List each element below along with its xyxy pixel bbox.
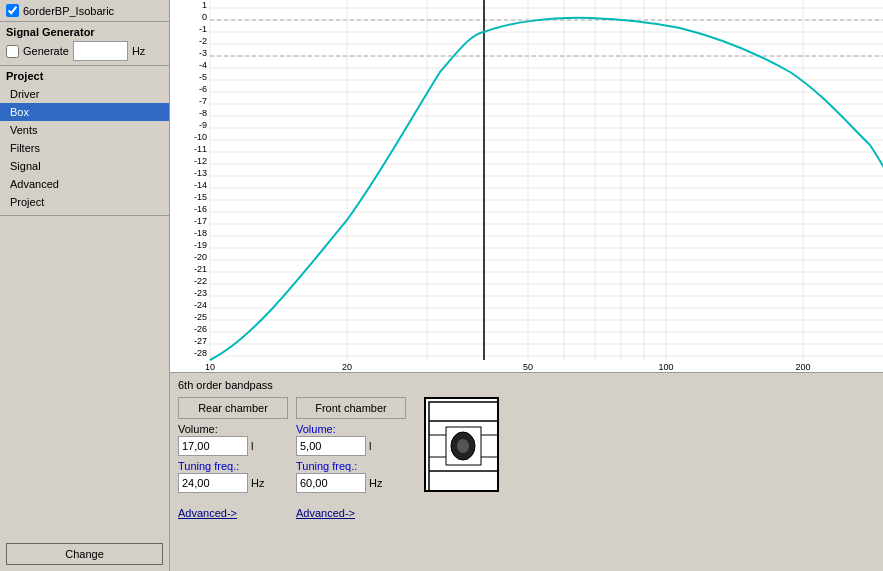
svg-text:-9: -9: [199, 120, 207, 130]
svg-text:0: 0: [202, 12, 207, 22]
svg-text:-1: -1: [199, 24, 207, 34]
front-chamber-button[interactable]: Front chamber: [296, 397, 406, 419]
svg-text:-6: -6: [199, 84, 207, 94]
svg-text:-5: -5: [199, 72, 207, 82]
chart-svg: 1 0 -1 -2 -3 -4 -5 -6 -7 -8 -9 -10 -11 -…: [170, 0, 883, 370]
front-tuning-unit: Hz: [369, 477, 382, 489]
svg-text:-23: -23: [194, 288, 207, 298]
rear-volume-input[interactable]: [178, 436, 248, 456]
signal-generator-section: Signal Generator Generate 1000 Hz: [0, 22, 169, 66]
front-advanced-link[interactable]: Advanced->: [296, 503, 406, 523]
front-tuning-row: Hz: [296, 473, 406, 493]
sidebar-item-driver[interactable]: Driver: [0, 85, 169, 103]
svg-text:-11: -11: [194, 144, 207, 154]
preset-row: 6orderBP_Isobaric: [0, 0, 169, 22]
svg-text:-2: -2: [199, 36, 207, 46]
svg-text:-28: -28: [194, 348, 207, 358]
enclosure-diagram: [424, 397, 499, 492]
rear-tuning-input[interactable]: [178, 473, 248, 493]
svg-text:-3: -3: [199, 48, 207, 58]
svg-text:-24: -24: [194, 300, 207, 310]
preset-checkbox[interactable]: [6, 4, 19, 17]
chart-container: 1 0 -1 -2 -3 -4 -5 -6 -7 -8 -9 -10 -11 -…: [170, 0, 883, 373]
preset-label: 6orderBP_Isobaric: [23, 5, 114, 17]
sidebar-item-signal[interactable]: Signal: [0, 157, 169, 175]
sidebar-item-filters[interactable]: Filters: [0, 139, 169, 157]
sidebar-item-box[interactable]: Box: [0, 103, 169, 121]
rear-volume-unit: l: [251, 440, 253, 452]
svg-text:-12: -12: [194, 156, 207, 166]
svg-text:200: 200: [795, 362, 810, 370]
svg-text:-21: -21: [194, 264, 207, 274]
svg-text:20: 20: [342, 362, 352, 370]
rear-tuning-row: Hz: [178, 473, 288, 493]
project-title: Project: [0, 70, 169, 82]
svg-text:-22: -22: [194, 276, 207, 286]
svg-text:-16: -16: [194, 204, 207, 214]
svg-text:-27: -27: [194, 336, 207, 346]
rear-volume-label: Volume:: [178, 423, 288, 435]
svg-text:50: 50: [523, 362, 533, 370]
svg-text:1: 1: [202, 0, 207, 10]
generate-label: Generate: [23, 45, 69, 57]
front-chamber-group: Front chamber Volume: l Tuning freq.: Hz: [296, 397, 406, 523]
front-volume-unit: l: [369, 440, 371, 452]
svg-text:-13: -13: [194, 168, 207, 178]
generate-row: Generate 1000 Hz: [6, 41, 163, 61]
rear-tuning-label: Tuning freq.:: [178, 460, 288, 472]
svg-text:-7: -7: [199, 96, 207, 106]
svg-text:-17: -17: [194, 216, 207, 226]
svg-text:-14: -14: [194, 180, 207, 190]
svg-text:-15: -15: [194, 192, 207, 202]
svg-text:-8: -8: [199, 108, 207, 118]
change-button[interactable]: Change: [6, 543, 163, 565]
front-tuning-input[interactable]: [296, 473, 366, 493]
svg-text:-4: -4: [199, 60, 207, 70]
enclosure-type-label: 6th order bandpass: [178, 379, 875, 391]
svg-text:100: 100: [658, 362, 673, 370]
svg-text:-25: -25: [194, 312, 207, 322]
rear-chamber-group: Rear chamber Volume: l Tuning freq.: Hz: [178, 397, 288, 523]
front-tuning-label: Tuning freq.:: [296, 460, 406, 472]
bottom-panel: 6th order bandpass Rear chamber Volume: …: [170, 373, 883, 571]
frequency-input[interactable]: 1000: [73, 41, 128, 61]
svg-point-85: [457, 439, 469, 453]
svg-text:-20: -20: [194, 252, 207, 262]
svg-text:-10: -10: [194, 132, 207, 142]
svg-text:10: 10: [205, 362, 215, 370]
front-volume-input[interactable]: [296, 436, 366, 456]
svg-text:-26: -26: [194, 324, 207, 334]
project-section: Project Driver Box Vents Filters Signal …: [0, 66, 169, 216]
signal-generator-title: Signal Generator: [6, 26, 163, 38]
content-area: 1 0 -1 -2 -3 -4 -5 -6 -7 -8 -9 -10 -11 -…: [170, 0, 883, 571]
rear-chamber-inputs: Volume: l Tuning freq.: Hz: [178, 423, 288, 497]
sidebar-item-advanced[interactable]: Advanced: [0, 175, 169, 193]
rear-advanced-link[interactable]: Advanced->: [178, 503, 288, 523]
sidebar-item-project[interactable]: Project: [0, 193, 169, 211]
generate-checkbox[interactable]: [6, 45, 19, 58]
frequency-unit: Hz: [132, 45, 145, 57]
rear-chamber-button[interactable]: Rear chamber: [178, 397, 288, 419]
front-volume-row: l: [296, 436, 406, 456]
svg-text:-19: -19: [194, 240, 207, 250]
sidebar: 6orderBP_Isobaric Signal Generator Gener…: [0, 0, 170, 571]
front-chamber-inputs: Volume: l Tuning freq.: Hz: [296, 423, 406, 497]
svg-text:-18: -18: [194, 228, 207, 238]
rear-volume-row: l: [178, 436, 288, 456]
diagram-container: [424, 397, 499, 492]
front-volume-label: Volume:: [296, 423, 406, 435]
rear-tuning-unit: Hz: [251, 477, 264, 489]
sidebar-item-vents[interactable]: Vents: [0, 121, 169, 139]
